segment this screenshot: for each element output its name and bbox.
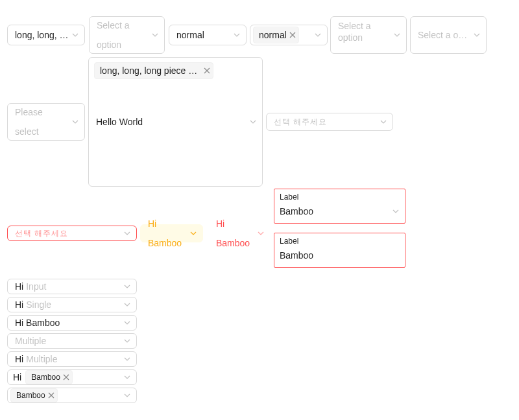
select-value: Hi Bamboo [216,214,254,253]
chevron-down-icon [249,118,257,126]
select-placeholder: 선택 해주세요 [15,224,68,243]
chevron-down-icon [380,118,387,126]
select-placeholder: Select a option [338,20,391,43]
select-search-text: Hello World [96,112,143,132]
select-hi-bamboo[interactable]: Hi Bamboo [7,315,137,331]
chevron-down-icon [123,355,131,363]
tag-label: Bamboo [16,389,45,402]
select-long-text[interactable]: long, long, lon… [7,25,85,45]
close-icon[interactable] [63,374,69,380]
select-value: long, long, lon… [15,25,69,45]
select-multiple-empty[interactable]: Multiple [7,333,137,349]
select-placeholder-tall-2[interactable]: Select a option [330,16,407,54]
prefix: Hi [15,295,23,314]
select-value: Bamboo [280,204,400,222]
tag: Bamboo [25,370,73,384]
select-value: Bamboo [280,248,400,266]
select-placeholder: Please select [15,102,69,141]
chevron-down-icon [151,31,159,39]
field-label: Label [280,236,400,246]
labeled-select-2[interactable]: Label Bamboo [274,233,405,268]
prefix: Hi [13,368,21,387]
select-normal[interactable]: normal [169,25,247,45]
select-placeholder: Select a option [418,25,470,45]
tag-label: long, long, long piece of text [100,61,201,80]
select-placeholder-tall-1[interactable]: Select a option [89,16,165,54]
select-prefix-multiple[interactable]: Hi Multiple [7,351,137,367]
close-icon[interactable] [204,67,210,74]
labeled-select-1[interactable]: Label Bamboo [274,189,405,224]
tag: normal [253,27,299,43]
select-placeholder: Multiple [26,349,57,369]
chevron-down-icon [71,31,79,39]
chevron-down-icon [392,207,400,215]
select-warning-borderless[interactable]: Hi Bamboo [209,224,270,242]
select-error[interactable]: 선택 해주세요 [7,226,137,241]
select-value: normal [176,25,204,45]
multi-content: long, long, long piece of text [94,60,247,81]
tag-label: Bamboo [31,371,60,384]
chevron-down-icon [123,283,131,290]
prefix: Hi [15,349,23,369]
select-placeholder: Multiple [15,331,46,351]
select-value: Hi Bamboo [15,313,60,332]
chevron-down-icon [123,391,131,399]
chevron-down-icon [71,118,79,126]
select-please-select[interactable]: Please select [7,103,85,141]
field-label: Label [280,192,400,202]
select-prefix-input[interactable]: Hi Input [7,279,137,294]
close-icon[interactable] [289,32,296,38]
select-value: Hi Bamboo [148,214,187,253]
select-multi-normal[interactable]: normal [250,25,328,45]
select-korean-placeholder[interactable]: 선택 해주세요 [266,113,393,131]
chevron-down-icon [473,31,481,39]
select-placeholder: Select a option [97,16,149,54]
tag: Bamboo [10,388,58,402]
chevron-down-icon [233,31,241,39]
chevron-down-icon [393,31,401,39]
select-placeholder: 선택 해주세요 [274,112,327,132]
chevron-down-icon [123,229,131,237]
select-placeholder: Single [26,295,51,314]
tag: long, long, long piece of text [94,62,213,79]
select-prefix-tag[interactable]: Hi Bamboo [7,369,137,385]
chevron-down-icon [123,319,131,327]
prefix: Hi [15,277,23,296]
chevron-down-icon [123,301,131,309]
select-hello-world-multi[interactable]: long, long, long piece of text Hello Wor… [88,57,263,187]
close-icon[interactable] [48,392,54,399]
tag-label: normal [259,25,287,45]
select-warning-filled[interactable]: Hi Bamboo [140,224,203,242]
chevron-down-icon [123,373,131,381]
chevron-down-icon [257,229,265,237]
chevron-down-icon [123,337,131,345]
select-prefix-single[interactable]: Hi Single [7,297,137,312]
chevron-down-icon [314,31,322,39]
select-placeholder-tall-3[interactable]: Select a option [410,16,487,54]
select-tag-only[interactable]: Bamboo [7,388,137,403]
chevron-down-icon [189,229,197,237]
select-placeholder: Input [26,277,46,296]
